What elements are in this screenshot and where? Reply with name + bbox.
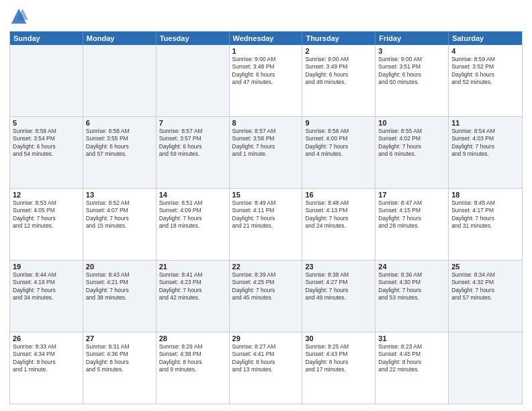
day-info: Sunrise: 8:52 AM Sunset: 4:07 PM Dayligh… — [86, 199, 153, 230]
day-info: Sunrise: 8:54 AM Sunset: 4:03 PM Dayligh… — [451, 128, 519, 158]
day-info: Sunrise: 8:43 AM Sunset: 4:21 PM Dayligh… — [86, 271, 153, 302]
logo — [9, 7, 31, 26]
day-number: 30 — [305, 334, 372, 342]
day-number: 8 — [232, 119, 300, 127]
day-info: Sunrise: 8:48 AM Sunset: 4:13 PM Dayligh… — [305, 199, 372, 230]
day-cell-17: 17Sunrise: 8:47 AM Sunset: 4:15 PM Dayli… — [375, 189, 449, 260]
day-cell-7: 7Sunrise: 8:57 AM Sunset: 3:57 PM Daylig… — [157, 117, 230, 188]
day-number: 17 — [378, 191, 445, 199]
day-info: Sunrise: 9:00 AM Sunset: 3:51 PM Dayligh… — [378, 56, 445, 87]
day-cell-31: 31Sunrise: 8:23 AM Sunset: 4:45 PM Dayli… — [375, 332, 449, 404]
day-cell-27: 27Sunrise: 8:31 AM Sunset: 4:36 PM Dayli… — [83, 332, 157, 404]
day-cell-25: 25Sunrise: 8:34 AM Sunset: 4:32 PM Dayli… — [449, 261, 522, 332]
day-cell-1: 1Sunrise: 9:00 AM Sunset: 3:48 PM Daylig… — [230, 45, 303, 116]
empty-cell — [83, 45, 157, 116]
day-number: 4 — [451, 47, 519, 55]
day-cell-16: 16Sunrise: 8:48 AM Sunset: 4:13 PM Dayli… — [302, 189, 375, 260]
day-cell-13: 13Sunrise: 8:52 AM Sunset: 4:07 PM Dayli… — [83, 189, 157, 260]
day-number: 10 — [378, 119, 445, 127]
day-cell-18: 18Sunrise: 8:45 AM Sunset: 4:17 PM Dayli… — [449, 189, 522, 260]
day-cell-24: 24Sunrise: 8:36 AM Sunset: 4:30 PM Dayli… — [375, 261, 449, 332]
calendar: SundayMondayTuesdayWednesdayThursdayFrid… — [9, 31, 523, 404]
day-info: Sunrise: 8:55 AM Sunset: 4:02 PM Dayligh… — [378, 128, 445, 158]
day-info: Sunrise: 8:36 AM Sunset: 4:30 PM Dayligh… — [378, 271, 445, 302]
calendar-row-2: 12Sunrise: 8:53 AM Sunset: 4:05 PM Dayli… — [10, 188, 522, 260]
day-info: Sunrise: 8:38 AM Sunset: 4:27 PM Dayligh… — [305, 271, 372, 302]
day-info: Sunrise: 8:33 AM Sunset: 4:34 PM Dayligh… — [13, 343, 80, 374]
day-info: Sunrise: 8:31 AM Sunset: 4:36 PM Dayligh… — [86, 343, 153, 374]
calendar-header: SundayMondayTuesdayWednesdayThursdayFrid… — [10, 32, 522, 45]
calendar-row-0: 1Sunrise: 9:00 AM Sunset: 3:48 PM Daylig… — [10, 45, 522, 116]
logo-icon — [9, 7, 28, 26]
day-number: 12 — [13, 191, 80, 199]
day-info: Sunrise: 8:34 AM Sunset: 4:32 PM Dayligh… — [451, 271, 519, 302]
day-cell-3: 3Sunrise: 9:00 AM Sunset: 3:51 PM Daylig… — [375, 45, 449, 116]
day-number: 7 — [159, 119, 226, 127]
calendar-row-3: 19Sunrise: 8:44 AM Sunset: 4:19 PM Dayli… — [10, 260, 522, 332]
day-cell-29: 29Sunrise: 8:27 AM Sunset: 4:41 PM Dayli… — [230, 332, 303, 404]
day-number: 6 — [86, 119, 153, 127]
day-number: 16 — [305, 191, 372, 199]
day-cell-15: 15Sunrise: 8:49 AM Sunset: 4:11 PM Dayli… — [230, 189, 303, 260]
day-number: 2 — [305, 47, 372, 55]
day-cell-12: 12Sunrise: 8:53 AM Sunset: 4:05 PM Dayli… — [10, 189, 83, 260]
day-cell-28: 28Sunrise: 8:29 AM Sunset: 4:38 PM Dayli… — [157, 332, 230, 404]
weekday-header-tuesday: Tuesday — [157, 32, 230, 45]
day-number: 23 — [305, 263, 372, 271]
calendar-body: 1Sunrise: 9:00 AM Sunset: 3:48 PM Daylig… — [10, 45, 522, 404]
day-number: 31 — [378, 334, 445, 342]
day-cell-22: 22Sunrise: 8:39 AM Sunset: 4:25 PM Dayli… — [230, 261, 303, 332]
day-number: 21 — [159, 263, 226, 271]
day-number: 26 — [13, 334, 80, 342]
day-cell-9: 9Sunrise: 8:56 AM Sunset: 4:00 PM Daylig… — [302, 117, 375, 188]
weekday-header-wednesday: Wednesday — [230, 32, 303, 45]
day-number: 29 — [232, 334, 300, 342]
empty-cell — [10, 45, 83, 116]
day-number: 18 — [451, 191, 519, 199]
day-number: 1 — [232, 47, 300, 55]
day-info: Sunrise: 8:39 AM Sunset: 4:25 PM Dayligh… — [232, 271, 300, 302]
day-number: 24 — [378, 263, 445, 271]
day-info: Sunrise: 8:45 AM Sunset: 4:17 PM Dayligh… — [451, 199, 519, 230]
day-info: Sunrise: 8:57 AM Sunset: 3:58 PM Dayligh… — [232, 128, 300, 158]
day-info: Sunrise: 8:51 AM Sunset: 4:09 PM Dayligh… — [159, 199, 226, 230]
day-info: Sunrise: 8:58 AM Sunset: 3:55 PM Dayligh… — [86, 128, 153, 158]
day-number: 11 — [451, 119, 519, 127]
day-info: Sunrise: 8:29 AM Sunset: 4:38 PM Dayligh… — [159, 343, 226, 374]
day-number: 22 — [232, 263, 300, 271]
day-cell-14: 14Sunrise: 8:51 AM Sunset: 4:09 PM Dayli… — [157, 189, 230, 260]
weekday-header-friday: Friday — [375, 32, 449, 45]
day-cell-10: 10Sunrise: 8:55 AM Sunset: 4:02 PM Dayli… — [375, 117, 449, 188]
weekday-header-sunday: Sunday — [10, 32, 83, 45]
day-info: Sunrise: 8:41 AM Sunset: 4:23 PM Dayligh… — [159, 271, 226, 302]
day-info: Sunrise: 8:53 AM Sunset: 4:05 PM Dayligh… — [13, 199, 80, 230]
day-info: Sunrise: 9:00 AM Sunset: 3:49 PM Dayligh… — [305, 56, 372, 87]
weekday-header-saturday: Saturday — [449, 32, 522, 45]
day-number: 14 — [159, 191, 226, 199]
page: SundayMondayTuesdayWednesdayThursdayFrid… — [0, 0, 532, 411]
day-cell-23: 23Sunrise: 8:38 AM Sunset: 4:27 PM Dayli… — [302, 261, 375, 332]
day-cell-26: 26Sunrise: 8:33 AM Sunset: 4:34 PM Dayli… — [10, 332, 83, 404]
day-number: 28 — [159, 334, 226, 342]
weekday-header-monday: Monday — [83, 32, 157, 45]
day-number: 19 — [13, 263, 80, 271]
day-number: 13 — [86, 191, 153, 199]
day-number: 15 — [232, 191, 300, 199]
weekday-header-thursday: Thursday — [302, 32, 375, 45]
empty-cell — [157, 45, 230, 116]
day-number: 25 — [451, 263, 519, 271]
day-info: Sunrise: 8:25 AM Sunset: 4:43 PM Dayligh… — [305, 343, 372, 374]
day-info: Sunrise: 8:49 AM Sunset: 4:11 PM Dayligh… — [232, 199, 300, 230]
day-info: Sunrise: 8:44 AM Sunset: 4:19 PM Dayligh… — [13, 271, 80, 302]
day-cell-2: 2Sunrise: 9:00 AM Sunset: 3:49 PM Daylig… — [302, 45, 375, 116]
day-info: Sunrise: 8:57 AM Sunset: 3:57 PM Dayligh… — [159, 128, 226, 158]
day-info: Sunrise: 9:00 AM Sunset: 3:48 PM Dayligh… — [232, 56, 300, 87]
header — [9, 7, 523, 26]
day-info: Sunrise: 8:59 AM Sunset: 3:52 PM Dayligh… — [451, 56, 519, 87]
day-cell-21: 21Sunrise: 8:41 AM Sunset: 4:23 PM Dayli… — [157, 261, 230, 332]
day-cell-4: 4Sunrise: 8:59 AM Sunset: 3:52 PM Daylig… — [449, 45, 522, 116]
day-cell-6: 6Sunrise: 8:58 AM Sunset: 3:55 PM Daylig… — [83, 117, 157, 188]
day-number: 20 — [86, 263, 153, 271]
calendar-row-1: 5Sunrise: 8:59 AM Sunset: 3:54 PM Daylig… — [10, 116, 522, 188]
day-cell-20: 20Sunrise: 8:43 AM Sunset: 4:21 PM Dayli… — [83, 261, 157, 332]
